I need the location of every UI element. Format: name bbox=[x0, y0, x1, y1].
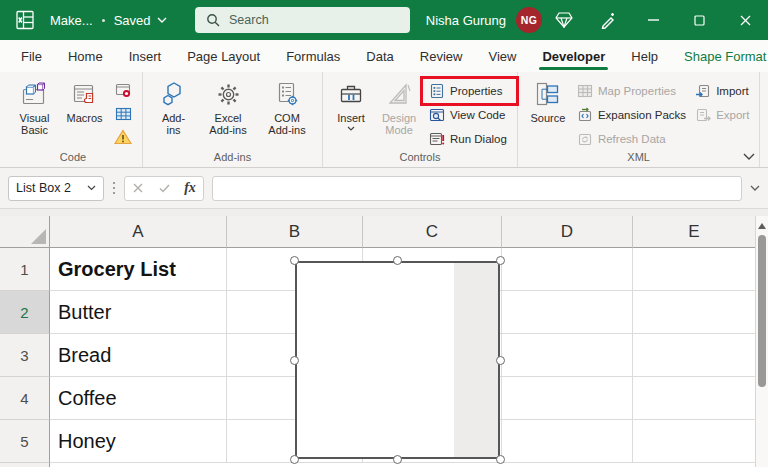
user-avatar[interactable]: NG bbox=[516, 7, 542, 33]
expand-formula-bar-chevron-icon[interactable] bbox=[750, 185, 760, 191]
design-mode-icon bbox=[386, 79, 413, 109]
premium-gem-icon[interactable] bbox=[542, 0, 586, 40]
scroll-up-arrow-icon[interactable] bbox=[758, 223, 766, 229]
insert-control-button[interactable]: Insert bbox=[330, 77, 372, 150]
record-macro-icon[interactable] bbox=[115, 82, 132, 99]
tab-shape-format[interactable]: Shape Format bbox=[671, 40, 768, 72]
row-header-1[interactable]: 1 bbox=[0, 248, 50, 291]
select-all-corner[interactable] bbox=[0, 216, 50, 248]
refresh-data-button: Refresh Data bbox=[574, 130, 689, 148]
column-header-b[interactable]: B bbox=[227, 216, 363, 248]
column-header-d[interactable]: D bbox=[502, 216, 633, 248]
cell-d1[interactable] bbox=[502, 248, 633, 291]
minimize-button[interactable] bbox=[630, 0, 676, 40]
formula-input[interactable] bbox=[212, 176, 742, 201]
listbox-form-control[interactable] bbox=[295, 261, 500, 459]
cell-a5[interactable]: Honey bbox=[50, 420, 227, 463]
resize-handle-top-right[interactable] bbox=[496, 256, 505, 265]
run-dialog-button[interactable]: Run Dialog bbox=[426, 130, 510, 148]
cell-e5[interactable] bbox=[633, 420, 755, 463]
cell-e4[interactable] bbox=[633, 377, 755, 420]
com-addins-button[interactable]: COM Add-ins bbox=[259, 77, 315, 150]
ribbon-group-controls: Insert Design Mode bbox=[323, 72, 518, 167]
row-header-3[interactable]: 3 bbox=[0, 334, 50, 377]
cell-e2[interactable] bbox=[633, 291, 755, 334]
resize-handle-bottom-left[interactable] bbox=[290, 455, 299, 464]
name-box[interactable]: List Box 2 bbox=[8, 176, 104, 201]
resize-handle-middle-left[interactable] bbox=[290, 356, 299, 365]
resize-handle-bottom-right[interactable] bbox=[496, 455, 505, 464]
tab-page-layout[interactable]: Page Layout bbox=[174, 40, 273, 72]
export-button: Export bbox=[692, 106, 752, 124]
resize-handle-top-left[interactable] bbox=[290, 256, 299, 265]
tab-help[interactable]: Help bbox=[618, 40, 671, 72]
resize-handle-top-middle[interactable] bbox=[393, 256, 402, 265]
collapse-ribbon-chevron-icon[interactable] bbox=[743, 153, 755, 160]
source-button[interactable]: Source bbox=[525, 77, 571, 150]
document-title[interactable]: Make... bbox=[50, 13, 93, 28]
autosave-status[interactable]: Saved bbox=[114, 13, 167, 28]
excel-addins-button[interactable]: Excel Add-ins bbox=[200, 77, 256, 150]
cell-a1[interactable]: Grocery List bbox=[50, 248, 227, 291]
tab-insert[interactable]: Insert bbox=[116, 40, 175, 72]
tab-home[interactable]: Home bbox=[55, 40, 116, 72]
tab-file[interactable]: File bbox=[8, 40, 55, 72]
com-addins-icon bbox=[274, 79, 301, 109]
resize-handle-middle-right[interactable] bbox=[496, 356, 505, 365]
column-header-a[interactable]: A bbox=[50, 216, 227, 248]
formula-bar: List Box 2 fx bbox=[0, 168, 768, 208]
chevron-down-icon[interactable] bbox=[87, 185, 96, 191]
row-header-6[interactable] bbox=[0, 463, 50, 467]
group-label-addins: Add-ins bbox=[150, 150, 315, 165]
vertical-scrollbar[interactable] bbox=[755, 216, 768, 467]
relative-references-icon[interactable] bbox=[115, 107, 132, 121]
cell-e1[interactable] bbox=[633, 248, 755, 291]
column-header-c[interactable]: C bbox=[363, 216, 502, 248]
row-header-4[interactable]: 4 bbox=[0, 377, 50, 420]
cell-a4[interactable]: Coffee bbox=[50, 377, 227, 420]
insert-function-button[interactable]: fx bbox=[177, 177, 203, 200]
cell-a3[interactable]: Bread bbox=[50, 334, 227, 377]
macros-button[interactable]: Macros bbox=[61, 77, 108, 150]
cell-d4[interactable] bbox=[502, 377, 633, 420]
row-6-partial bbox=[0, 463, 768, 467]
cell-d2[interactable] bbox=[502, 291, 633, 334]
xml-right-buttons: Import Export bbox=[692, 77, 752, 150]
close-button[interactable] bbox=[722, 0, 768, 40]
macro-security-warning-icon[interactable] bbox=[114, 129, 132, 145]
row-header-5[interactable]: 5 bbox=[0, 420, 50, 463]
cell-a2[interactable]: Butter bbox=[50, 291, 227, 334]
editor-pen-icon[interactable] bbox=[586, 0, 630, 40]
tab-data[interactable]: Data bbox=[353, 40, 406, 72]
tab-developer[interactable]: Developer bbox=[529, 40, 618, 72]
tab-view[interactable]: View bbox=[475, 40, 529, 72]
expansion-packs-button[interactable]: Expansion Packs bbox=[574, 106, 689, 124]
ribbon: Visual Basic bbox=[0, 72, 768, 168]
ribbon-tab-bar: File Home Insert Page Layout Formulas Da… bbox=[0, 40, 768, 72]
row-header-2[interactable]: 2 bbox=[0, 291, 50, 334]
view-code-button[interactable]: View Code bbox=[426, 106, 510, 124]
addins-button[interactable]: Add- ins bbox=[150, 77, 197, 150]
xml-source-icon bbox=[534, 79, 562, 109]
tab-formulas[interactable]: Formulas bbox=[273, 40, 353, 72]
cell-e3[interactable] bbox=[633, 334, 755, 377]
title-bar-right: Nisha Gurung NG bbox=[426, 0, 768, 40]
title-separator-dot bbox=[102, 19, 105, 22]
scrollbar-thumb[interactable] bbox=[758, 235, 766, 387]
title-bar: Make... Saved Nisha Gurung NG bbox=[0, 0, 768, 40]
excel-logo-icon bbox=[14, 9, 36, 31]
resize-handle-bottom-middle[interactable] bbox=[393, 455, 402, 464]
column-header-e[interactable]: E bbox=[633, 216, 755, 248]
search-box[interactable] bbox=[195, 7, 410, 33]
formula-bar-dots-separator[interactable] bbox=[112, 181, 116, 195]
cell-d5[interactable] bbox=[502, 420, 633, 463]
design-mode-button: Design Mode bbox=[375, 77, 423, 150]
import-button[interactable]: Import bbox=[692, 82, 752, 100]
tab-review[interactable]: Review bbox=[407, 40, 476, 72]
group-label-xml: XML bbox=[525, 150, 752, 165]
maximize-button[interactable] bbox=[676, 0, 722, 40]
properties-button[interactable]: Properties bbox=[426, 82, 510, 100]
cell-d3[interactable] bbox=[502, 334, 633, 377]
visual-basic-button[interactable]: Visual Basic bbox=[11, 77, 58, 150]
search-input[interactable] bbox=[229, 13, 389, 27]
